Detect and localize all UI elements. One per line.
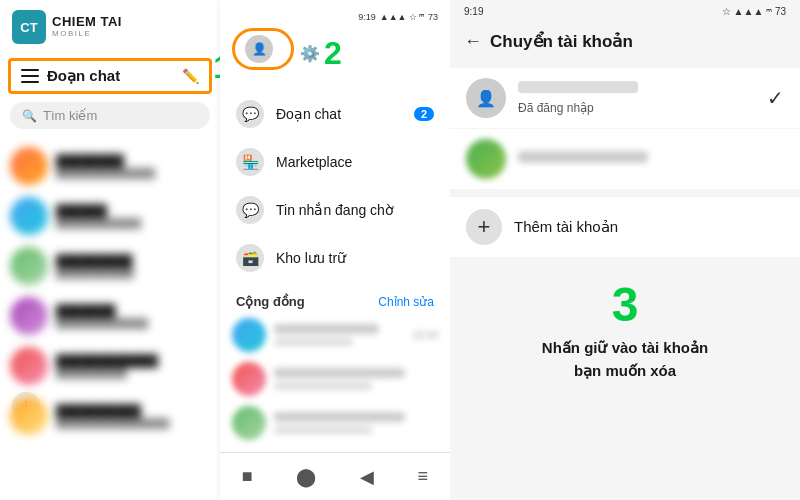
main-layout: CT CHIEM TAI MOBILE Đoạn chat ✏️ 1 🔍 Tìm…: [0, 0, 800, 500]
chat-badge: 2: [414, 107, 434, 121]
chat-info: █████████ ███████████: [56, 254, 210, 279]
avatar: [232, 362, 266, 396]
menu-item-marketplace[interactable]: 🏪 Marketplace: [220, 138, 450, 186]
archive-icon: 🗃️: [236, 244, 264, 272]
step-3-area: 3 Nhấn giữ vào tài khoản bạn muốn xóa: [450, 257, 800, 394]
avatar: [232, 318, 266, 352]
menu-item-archive[interactable]: 🗃️ Kho lưu trữ: [220, 234, 450, 282]
logo-bar: CT CHIEM TAI MOBILE: [0, 0, 220, 54]
step-3-badge: 3: [466, 281, 784, 329]
status-bar: 9:19 ▲▲▲ ☆ ᵐ 73: [232, 12, 438, 22]
menu-label-chat: Đoạn chat: [276, 106, 402, 122]
chat-name: ███████: [56, 304, 210, 318]
list-item: [228, 357, 442, 401]
add-account-item[interactable]: + Thêm tài khoản: [450, 197, 800, 257]
logo-icon: CT: [12, 10, 46, 44]
account-avatar-1: 👤: [466, 78, 506, 118]
account-status-1: Đã đăng nhập: [518, 101, 594, 115]
chat-name: ████████: [56, 154, 210, 168]
panel-chat-list: CT CHIEM TAI MOBILE Đoạn chat ✏️ 1 🔍 Tìm…: [0, 0, 220, 500]
avatar: [10, 197, 48, 235]
account-list: 👤 Đã đăng nhập ✓: [450, 68, 800, 189]
chat-preview: ████████████████: [56, 418, 210, 429]
chat-icon: 💬: [236, 100, 264, 128]
chat-preview: ████████████: [56, 218, 210, 229]
menu-item-pending[interactable]: 💬 Tin nhắn đang chờ: [220, 186, 450, 234]
list-item[interactable]: ████████ ██████████████: [0, 141, 220, 191]
avatar: [10, 247, 48, 285]
edit-icon[interactable]: ✏️: [182, 68, 199, 84]
account-info-2: [518, 151, 784, 168]
chat-preview: ██████████: [56, 368, 210, 379]
nav-menu-icon[interactable]: ≡: [418, 466, 429, 487]
name-line: [274, 324, 379, 334]
preview-line: [274, 338, 353, 346]
chat-info: [274, 412, 438, 434]
account-item-2[interactable]: [450, 129, 800, 189]
add-account-label: Thêm tài khoản: [514, 218, 618, 236]
p3-header: ← Chuyển tài khoản: [450, 23, 800, 60]
chat-header: Đoạn chat ✏️ 1: [8, 58, 212, 94]
account-info-1: Đã đăng nhập: [518, 81, 755, 116]
chat-info: ██████████ ████████████████: [56, 404, 210, 429]
avatar: [10, 297, 48, 335]
chat-preview: ██████████████: [56, 168, 210, 179]
menu-label-pending: Tin nhắn đang chờ: [276, 202, 434, 218]
account-name-2: [518, 151, 648, 163]
list-item[interactable]: ██████████ ████████████████: [0, 391, 220, 441]
bottom-nav: ■ ⬤ ◀ ≡: [220, 452, 450, 500]
list-item: [228, 401, 442, 445]
avatar: [10, 347, 48, 385]
chat-info: ████████ ██████████████: [56, 154, 210, 179]
chat-name: █████████: [56, 254, 210, 268]
chat-list: ████████ ██████████████ ██████ █████████…: [0, 137, 220, 445]
time-stamp: 22:44: [413, 330, 438, 341]
p2-chat-list: 22:44: [220, 313, 450, 445]
chat-info: ██████ ████████████: [56, 204, 210, 229]
chat-info: [274, 324, 405, 346]
p2-user-avatar: 👤: [245, 35, 273, 63]
section-edit[interactable]: Chỉnh sửa: [378, 295, 434, 309]
menu-label-marketplace: Marketplace: [276, 154, 434, 170]
status-bar: 9:19 ☆ ▲▲▲ ᵐ 73: [450, 0, 800, 23]
back-icon[interactable]: ←: [464, 31, 482, 52]
menu-list: 💬 Đoạn chat 2 🏪 Marketplace 💬 Tin nhắn đ…: [220, 86, 450, 286]
p3-page-title: Chuyển tài khoản: [490, 31, 633, 52]
menu-item-chat[interactable]: 💬 Đoạn chat 2: [220, 90, 450, 138]
chat-info: [274, 368, 438, 390]
chat-preview: █████████████: [56, 318, 210, 329]
search-bar[interactable]: 🔍 Tìm kiếm: [10, 102, 210, 129]
account-name-1: [518, 81, 638, 93]
search-icon: 🔍: [22, 109, 37, 123]
account-item-1[interactable]: 👤 Đã đăng nhập ✓: [450, 68, 800, 128]
avatar: [10, 397, 48, 435]
avatar: [232, 406, 266, 440]
nav-square-icon[interactable]: ■: [242, 466, 253, 487]
logo-text: CHIEM TAI MOBILE: [52, 15, 122, 38]
pending-icon: 💬: [236, 196, 264, 224]
menu-label-archive: Kho lưu trữ: [276, 250, 434, 266]
profile-row[interactable]: 👤: [232, 28, 294, 70]
list-item[interactable]: ███████ █████████████: [0, 291, 220, 341]
list-item[interactable]: ██████ ████████████: [0, 191, 220, 241]
step-1-badge: 1: [213, 51, 220, 83]
nav-back-icon[interactable]: ◀: [360, 466, 374, 488]
preview-line: [274, 382, 372, 390]
p2-header: 9:19 ▲▲▲ ☆ ᵐ 73 👤 ⚙️ 2: [220, 0, 450, 86]
settings-icon[interactable]: ⚙️: [300, 44, 320, 63]
step-2-badge: 2: [324, 37, 342, 69]
panel1-title: Đoạn chat: [47, 67, 176, 85]
chat-info: ████████████ ██████████: [56, 354, 210, 379]
section-label: Cộng đồng Chỉnh sửa: [220, 286, 450, 313]
panel-account-switcher: 9:19 ☆ ▲▲▲ ᵐ 73 ← Chuyển tài khoản 👤 Đã …: [450, 0, 800, 500]
list-item[interactable]: ████████████ ██████████: [0, 341, 220, 391]
hamburger-icon[interactable]: [21, 69, 39, 83]
chat-name: ██████████: [56, 404, 210, 418]
list-item[interactable]: █████████ ███████████: [0, 241, 220, 291]
checkmark-icon: ✓: [767, 86, 784, 110]
chat-preview: ███████████: [56, 268, 210, 279]
add-icon: +: [466, 209, 502, 245]
preview-line: [274, 426, 372, 434]
list-item: 22:44: [228, 313, 442, 357]
nav-circle-icon[interactable]: ⬤: [296, 466, 316, 488]
